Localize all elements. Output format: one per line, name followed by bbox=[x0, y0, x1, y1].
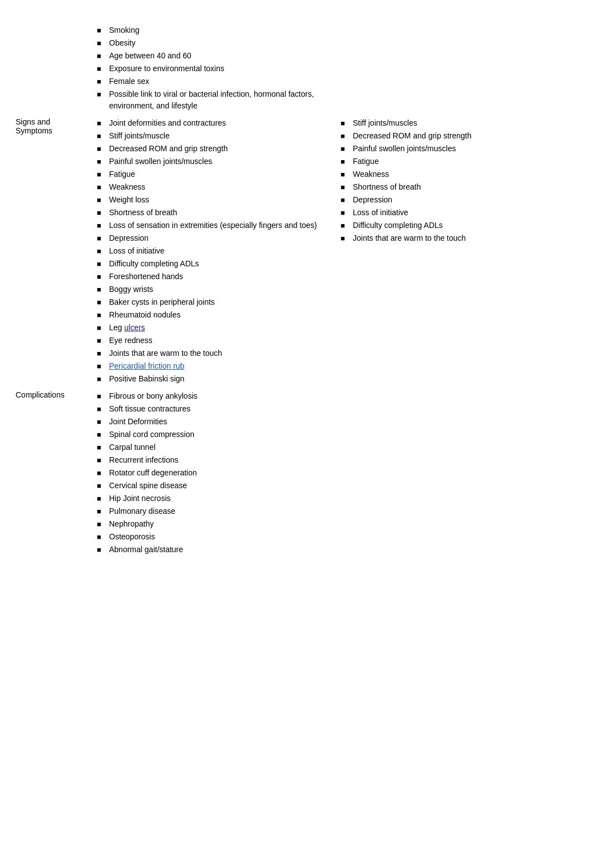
item-text: Foreshortened hands bbox=[109, 271, 332, 282]
item-text: Baker cysts in peripheral joints bbox=[109, 296, 332, 308]
item-text: Decreased ROM and grip strength bbox=[109, 143, 332, 155]
bullet-icon: ■ bbox=[97, 531, 106, 543]
item-text: Positive Babinski sign bbox=[109, 373, 332, 385]
list-item: ■Fatigue bbox=[97, 168, 332, 180]
list-item: ■Weakness bbox=[341, 168, 575, 180]
item-text: Painful swollen joints/muscles bbox=[353, 143, 575, 155]
list-item: ■Eye redness bbox=[97, 335, 332, 346]
item-text: Female sex bbox=[109, 76, 332, 87]
item-text: Nephropathy bbox=[109, 518, 332, 530]
signs-symptoms-list: ■Joint deformities and contractures ■Sti… bbox=[97, 117, 332, 385]
bullet-icon: ■ bbox=[341, 207, 349, 219]
list-item: ■Spinal cord compression bbox=[97, 429, 332, 440]
bullet-icon: ■ bbox=[97, 335, 106, 346]
bullet-icon: ■ bbox=[97, 454, 106, 466]
list-item: ■Depression bbox=[341, 194, 575, 206]
list-item: ■Fatigue bbox=[341, 156, 575, 167]
list-item: ■Decreased ROM and grip strength bbox=[97, 143, 332, 155]
bullet-icon: ■ bbox=[341, 181, 349, 193]
item-text: Smoking bbox=[109, 24, 332, 36]
ulcers-link[interactable]: ulcers bbox=[124, 323, 145, 332]
list-item: ■Rotator cuff degeneration bbox=[97, 467, 332, 479]
bullet-icon: ■ bbox=[97, 194, 106, 206]
item-text: Pulmonary disease bbox=[109, 505, 332, 517]
list-item: ■Abnormal gait/stature bbox=[97, 544, 332, 555]
bullet-icon: ■ bbox=[97, 429, 106, 440]
item-text: Loss of sensation in extremities (especi… bbox=[109, 220, 332, 231]
list-item: ■Smoking bbox=[97, 24, 332, 36]
item-text: Joints that are warm to the touch bbox=[353, 232, 575, 244]
item-text: Cervical spine disease bbox=[109, 480, 332, 492]
list-item: ■Fibrous or bony ankylosis bbox=[97, 390, 332, 402]
bullet-icon: ■ bbox=[97, 220, 106, 231]
signs-symptoms-col1: ■Joint deformities and contractures ■Sti… bbox=[92, 115, 336, 388]
list-item: ■Joint Deformities bbox=[97, 416, 332, 428]
list-item: ■Painful swollen joints/muscles bbox=[97, 156, 332, 167]
bullet-icon: ■ bbox=[97, 168, 106, 180]
list-item: ■Cervical spine disease bbox=[97, 480, 332, 492]
item-text: Hip Joint necrosis bbox=[109, 493, 332, 504]
list-item: ■Exposure to environmental toxins bbox=[97, 63, 332, 75]
list-item: ■Loss of sensation in extremities (espec… bbox=[97, 220, 332, 231]
list-item: ■Osteoporosis bbox=[97, 531, 332, 543]
bullet-icon: ■ bbox=[341, 194, 349, 206]
item-text: Recurrent infections bbox=[109, 454, 332, 466]
list-item: ■Joints that are warm to the touch bbox=[97, 348, 332, 359]
pericardial-friction-rub-link[interactable]: Pericardial friction rub bbox=[109, 361, 184, 370]
item-text: Pericardial friction rub bbox=[109, 360, 332, 372]
list-item: ■Loss of initiative bbox=[341, 207, 575, 219]
list-item: ■Carpal tunnel bbox=[97, 442, 332, 453]
item-text: Weight loss bbox=[109, 194, 332, 206]
signs-symptoms-col2: ■Stiff joints/muscles ■Decreased ROM and… bbox=[336, 115, 580, 388]
list-item: ■Rheumatoid nodules bbox=[97, 309, 332, 321]
bullet-icon: ■ bbox=[97, 37, 106, 49]
list-item: ■Shortness of breath bbox=[341, 181, 575, 193]
bullet-icon: ■ bbox=[97, 373, 106, 385]
bullet-icon: ■ bbox=[97, 284, 106, 295]
list-item: ■Female sex bbox=[97, 76, 332, 87]
list-item: ■Painful swollen joints/muscles bbox=[341, 143, 575, 155]
item-text: Age between 40 and 60 bbox=[109, 50, 332, 62]
complications-col1: ■Fibrous or bony ankylosis ■Soft tissue … bbox=[92, 388, 336, 559]
bullet-icon: ■ bbox=[97, 50, 106, 62]
bullet-icon: ■ bbox=[97, 63, 106, 75]
risk-factors-list: ■Smoking ■Obesity ■Age between 40 and 60… bbox=[92, 22, 336, 115]
item-text: Rotator cuff degeneration bbox=[109, 467, 332, 479]
bullet-icon: ■ bbox=[97, 156, 106, 167]
item-text: Fatigue bbox=[109, 168, 332, 180]
item-text: Depression bbox=[353, 194, 575, 206]
page-content: ■Smoking ■Obesity ■Age between 40 and 60… bbox=[11, 22, 580, 559]
signs-symptoms-label: Signs andSymptoms bbox=[11, 115, 92, 388]
bullet-icon: ■ bbox=[97, 442, 106, 453]
risk-factors-bullet-list: ■Smoking ■Obesity ■Age between 40 and 60… bbox=[97, 24, 332, 112]
complications-col2 bbox=[336, 388, 580, 559]
item-text: Stiff joints/muscle bbox=[109, 130, 332, 142]
bullet-icon: ■ bbox=[97, 322, 106, 334]
bullet-icon: ■ bbox=[341, 168, 349, 180]
item-text: Weakness bbox=[109, 181, 332, 193]
risk-factors-col2 bbox=[336, 22, 580, 115]
bullet-icon: ■ bbox=[97, 544, 106, 555]
item-text: Abnormal gait/stature bbox=[109, 544, 332, 555]
bullet-icon: ■ bbox=[97, 493, 106, 504]
bullet-icon: ■ bbox=[341, 143, 349, 155]
bullet-icon: ■ bbox=[97, 76, 106, 87]
list-item: ■Depression bbox=[97, 232, 332, 244]
item-text: Osteoporosis bbox=[109, 531, 332, 543]
bullet-icon: ■ bbox=[97, 88, 106, 100]
list-item: ■Leg ulcers bbox=[97, 322, 332, 334]
list-item: ■Difficulty completing ADLs bbox=[97, 258, 332, 270]
main-table: ■Smoking ■Obesity ■Age between 40 and 60… bbox=[11, 22, 580, 559]
signs-symptoms-row: Signs andSymptoms ■Joint deformities and… bbox=[11, 115, 580, 388]
list-item: ■Soft tissue contractures bbox=[97, 403, 332, 415]
list-item: ■Boggy wrists bbox=[97, 284, 332, 295]
bullet-icon: ■ bbox=[341, 117, 349, 129]
complications-label-text: Complications bbox=[16, 390, 65, 399]
bullet-icon: ■ bbox=[97, 24, 106, 36]
item-text: Joint deformities and contractures bbox=[109, 117, 332, 129]
item-text: Leg ulcers bbox=[109, 322, 332, 334]
bullet-icon: ■ bbox=[341, 130, 349, 142]
item-text: Fatigue bbox=[353, 156, 575, 167]
item-text: Fibrous or bony ankylosis bbox=[109, 390, 332, 402]
item-text: Carpal tunnel bbox=[109, 442, 332, 453]
